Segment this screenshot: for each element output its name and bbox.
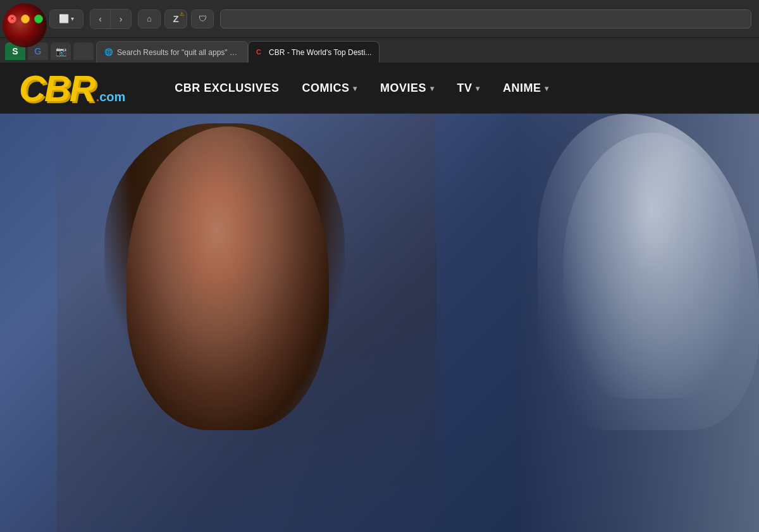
hero-section — [0, 114, 759, 532]
hero-face-right — [563, 133, 740, 399]
nav-movies-chevron: ▾ — [430, 84, 435, 93]
nav-movies-label: MOVIES — [380, 82, 426, 95]
browser-titlebar: ⬜ ▾ ‹ › ⌂ Z ⚠ 🛡 — [0, 0, 759, 38]
tab-apple-search[interactable]: 🌐 Search Results for "quit all apps" – A… — [96, 41, 248, 63]
back-button[interactable]: ‹ — [90, 9, 111, 28]
website-content: CBR .com CBR EXCLUSIVES COMICS ▾ MOVIES … — [0, 63, 759, 532]
address-bar[interactable] — [220, 9, 751, 28]
tab-ig-favicon[interactable]: 📷 — [51, 42, 71, 60]
site-navigation: CBR .com CBR EXCLUSIVES COMICS ▾ MOVIES … — [0, 63, 759, 114]
cbr-logo-letters: CBR — [19, 70, 95, 107]
forward-button[interactable]: › — [111, 9, 131, 28]
nav-item-movies[interactable]: MOVIES ▾ — [369, 63, 446, 114]
shield-button[interactable]: 🛡 — [191, 9, 214, 28]
d-logo-decoration — [3, 3, 47, 47]
nav-item-exclusives[interactable]: CBR EXCLUSIVES — [163, 63, 290, 114]
tab-cbr-favicon: C — [256, 48, 265, 57]
close-button[interactable] — [8, 15, 16, 23]
zotero-icon: Z — [173, 13, 178, 24]
shield-icon: 🛡 — [199, 14, 207, 23]
tab-apple-search-favicon: 🌐 — [104, 48, 113, 57]
minimize-button[interactable] — [21, 15, 30, 23]
tab-bar: S G 📷 🌐 Search Results for "quit all app… — [0, 38, 759, 63]
sidebar-toggle-button[interactable]: ⬜ ▾ — [49, 9, 83, 28]
nav-tv-label: TV — [457, 82, 472, 95]
nav-menu: CBR EXCLUSIVES COMICS ▾ MOVIES ▾ TV ▾ AN… — [163, 63, 560, 114]
traffic-lights — [8, 15, 43, 23]
nav-back-forward-group: ‹ › — [90, 9, 132, 29]
nav-anime-label: ANIME — [503, 82, 541, 95]
home-icon: ⌂ — [147, 14, 152, 23]
tab-apple-search-title: Search Results for "quit all apps" – App… — [117, 48, 240, 57]
nav-comics-chevron: ▾ — [353, 84, 357, 93]
nav-icons-group: ⌂ Z ⚠ 🛡 — [138, 9, 214, 28]
nav-anime-chevron: ▾ — [545, 84, 549, 93]
nav-exclusives-label: CBR EXCLUSIVES — [175, 82, 279, 95]
home-button[interactable]: ⌂ — [138, 9, 161, 28]
cbr-logo-dotcom: .com — [96, 90, 126, 103]
zotero-badge: ⚠ — [180, 11, 184, 17]
cbr-logo-link[interactable]: CBR .com — [19, 70, 125, 107]
tab-cbr-title: CBR - The World's Top Desti... — [269, 48, 371, 57]
nav-item-comics[interactable]: COMICS ▾ — [290, 63, 369, 114]
maximize-button[interactable] — [34, 15, 43, 23]
zotero-button[interactable]: Z ⚠ — [164, 9, 187, 28]
nav-item-tv[interactable]: TV ▾ — [445, 63, 491, 114]
hero-person-left — [57, 114, 436, 532]
nav-tv-chevron: ▾ — [476, 84, 480, 93]
cbr-com-text: com — [99, 90, 125, 104]
tab-cbr[interactable]: C CBR - The World's Top Desti... — [248, 41, 379, 63]
nav-comics-label: COMICS — [302, 82, 349, 95]
nav-item-anime[interactable]: ANIME ▾ — [491, 63, 560, 114]
chevron-down-icon: ▾ — [71, 15, 74, 22]
tab-apple-favicon[interactable] — [73, 42, 94, 60]
sidebar-icon: ⬜ — [59, 14, 69, 23]
